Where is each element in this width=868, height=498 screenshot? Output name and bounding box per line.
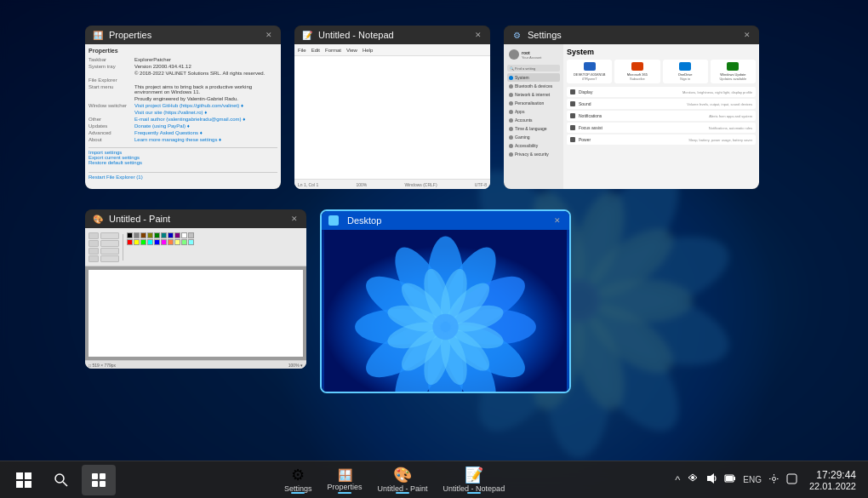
task-view: 🪟 Properties ✕ Properties TaskbarExplore… xyxy=(85,26,783,451)
notepad-menubar: File Edit Format View Help xyxy=(294,44,490,56)
svg-rect-49 xyxy=(16,481,23,488)
taskbar-right: ^ ENG 17:29:44 22.01.2022 xyxy=(673,467,861,493)
taskbar-settings-indicator xyxy=(291,492,305,494)
paint-titlebar: 🎨 Untitled - Paint ✕ xyxy=(85,209,306,228)
notepad-title: Untitled - Notepad xyxy=(318,30,468,40)
settings-notifications-item: Notifications Alerts from apps and syste… xyxy=(567,111,756,121)
svg-rect-63 xyxy=(787,474,797,484)
desktop-window-thumb[interactable]: Desktop ✕ xyxy=(320,209,571,393)
paint-canvas xyxy=(89,270,303,357)
svg-point-57 xyxy=(691,476,694,479)
paint-title: Untitled - Paint xyxy=(109,214,284,224)
desktop-titlebar: Desktop ✕ xyxy=(322,211,569,230)
prop-header: Properties xyxy=(89,48,277,54)
settings-close-btn[interactable]: ✕ xyxy=(742,31,752,39)
settings-main: System DESKTOP-605KN5B i7/Ryzen7 Microso… xyxy=(563,44,759,189)
taskbar-app-settings[interactable]: ⚙ Settings xyxy=(277,465,319,495)
settings-card-onedrive: OneDrive Sign in xyxy=(663,60,708,83)
desktop-icon xyxy=(328,215,339,226)
svg-point-51 xyxy=(55,474,64,483)
taskbar-center: ⚙ Settings 🪟 Properties 🎨 Untitled - Pai… xyxy=(116,465,673,495)
svg-rect-60 xyxy=(734,477,735,480)
taskbar-notepad-icon: 📝 xyxy=(465,467,483,483)
notepad-titlebar: 📝 Untitled - Notepad ✕ xyxy=(294,26,490,44)
tray-network-icon[interactable] xyxy=(685,471,700,489)
properties-rows: Properties TaskbarExplorerPatcher System… xyxy=(89,48,277,180)
taskbar-properties-label: Properties xyxy=(328,483,363,491)
svg-rect-53 xyxy=(92,473,98,479)
svg-point-62 xyxy=(772,477,775,480)
settings-main-title: System xyxy=(567,48,756,56)
taskbar: ⚙ Settings 🪟 Properties 🎨 Untitled - Pai… xyxy=(0,461,868,498)
svg-marker-58 xyxy=(707,473,714,484)
taskbar-start-area xyxy=(7,465,116,495)
properties-content: Properties TaskbarExplorerPatcher System… xyxy=(85,44,281,189)
properties-close-btn[interactable]: ✕ xyxy=(264,31,274,39)
notepad-window-thumb[interactable]: 📝 Untitled - Notepad ✕ File Edit Format … xyxy=(294,26,490,189)
tray-sound-icon[interactable] xyxy=(704,471,719,489)
svg-rect-61 xyxy=(726,476,733,481)
settings-icon: ⚙ xyxy=(511,29,523,41)
settings-power-item: Power Sleep, battery, power usage, batte… xyxy=(567,135,756,145)
paint-statusbar: □ 519 × 779px 100% ▾ xyxy=(85,360,306,369)
settings-title: Settings xyxy=(528,30,737,40)
notepad-icon: 📝 xyxy=(301,29,313,41)
tray-notification-icon[interactable] xyxy=(785,472,799,489)
paint-close-btn[interactable]: ✕ xyxy=(289,215,300,223)
settings-sound-item: Sound Volume levels, output, input, soun… xyxy=(567,99,756,109)
tray-battery-icon[interactable] xyxy=(722,471,738,489)
taskbar-app-notepad[interactable]: 📝 Untitled - Notepad xyxy=(437,465,512,495)
settings-cards: DESKTOP-605KN5B i7/Ryzen7 Microsoft 365 … xyxy=(567,60,756,83)
task-row-top: 🪟 Properties ✕ Properties TaskbarExplore… xyxy=(85,26,783,189)
taskbar-app-properties[interactable]: 🪟 Properties xyxy=(321,465,369,495)
svg-rect-55 xyxy=(92,481,98,487)
taskbar-paint-indicator xyxy=(396,492,409,494)
properties-icon: 🪟 xyxy=(92,29,104,41)
notepad-statusbar: Ln 1, Col 1 100% Windows (CRLF) UTF-8 xyxy=(294,179,490,189)
search-button[interactable] xyxy=(44,465,78,495)
taskview-button[interactable] xyxy=(82,465,116,495)
svg-rect-50 xyxy=(25,481,31,488)
settings-card-update: Windows Update Updates available xyxy=(711,60,756,83)
taskbar-notepad-indicator xyxy=(467,492,481,494)
settings-content: root Your Account 🔍 Find a setting Syste… xyxy=(504,44,759,189)
settings-card-pc: DESKTOP-605KN5B i7/Ryzen7 xyxy=(567,60,612,83)
task-row-bottom: 🎨 Untitled - Paint ✕ xyxy=(85,209,783,393)
desktop-bloom xyxy=(322,230,569,392)
taskbar-paint-icon: 🎨 xyxy=(393,467,412,483)
settings-window-thumb[interactable]: ⚙ Settings ✕ root Your Account 🔍 Find a … xyxy=(504,26,759,189)
settings-display-item: Display Monitors, brightness, night ligh… xyxy=(567,87,756,97)
tray-settings-icon[interactable] xyxy=(767,472,781,489)
clock-area[interactable]: 17:29:44 22.01.2022 xyxy=(804,467,861,493)
tray-icons: ^ ENG xyxy=(673,471,799,489)
settings-card-m365: Microsoft 365 Subscribe xyxy=(614,60,660,83)
desktop-close-btn[interactable]: ✕ xyxy=(552,216,562,225)
start-button[interactable] xyxy=(7,465,41,495)
taskbar-properties-icon: 🪟 xyxy=(338,469,352,481)
svg-rect-47 xyxy=(16,472,23,479)
notepad-textarea xyxy=(294,56,490,179)
paint-canvas-area xyxy=(85,266,306,360)
taskbar-settings-icon: ⚙ xyxy=(291,467,305,483)
desktop-content xyxy=(322,230,569,392)
settings-sidebar: root Your Account 🔍 Find a setting Syste… xyxy=(504,44,563,189)
tray-chevron-icon[interactable]: ^ xyxy=(673,472,682,488)
tray-lang-label[interactable]: ENG xyxy=(741,473,763,486)
paint-icon: 🎨 xyxy=(92,213,104,225)
taskbar-app-paint[interactable]: 🎨 Untitled - Paint xyxy=(371,465,435,495)
paint-window-thumb[interactable]: 🎨 Untitled - Paint ✕ xyxy=(85,209,306,369)
properties-titlebar: 🪟 Properties ✕ xyxy=(85,26,281,44)
clock-date: 22.01.2022 xyxy=(809,481,856,491)
user-avatar xyxy=(509,49,519,60)
clock-time: 17:29:44 xyxy=(816,469,856,481)
svg-rect-54 xyxy=(100,473,106,479)
svg-point-46 xyxy=(432,314,458,340)
svg-rect-56 xyxy=(100,481,106,487)
paint-content: □ 519 × 779px 100% ▾ xyxy=(85,228,306,369)
svg-rect-48 xyxy=(25,472,31,479)
properties-window-thumb[interactable]: 🪟 Properties ✕ Properties TaskbarExplore… xyxy=(85,26,281,189)
notepad-close-btn[interactable]: ✕ xyxy=(473,31,483,39)
settings-titlebar: ⚙ Settings ✕ xyxy=(504,26,759,44)
svg-line-52 xyxy=(63,482,67,486)
taskbar-properties-indicator xyxy=(338,492,351,494)
